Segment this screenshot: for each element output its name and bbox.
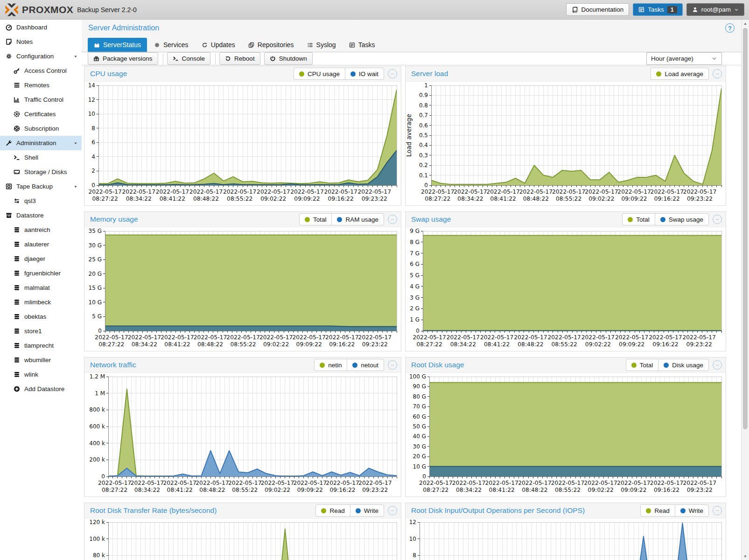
collapse-panel-button[interactable]: −: [713, 69, 722, 78]
legend-netout[interactable]: netout: [347, 359, 384, 371]
sidebar-item-obektas[interactable]: obektas: [0, 309, 82, 324]
tab-syslog[interactable]: Syslog: [301, 38, 342, 52]
legend-total[interactable]: Total: [299, 213, 332, 225]
toolbar-buttons: Package versionsConsoleRebootShutdown: [88, 52, 316, 65]
panel-title: Root Disk Transfer Rate (bytes/second): [90, 506, 217, 515]
help-button[interactable]: ?: [725, 23, 735, 33]
collapse-panel-button[interactable]: −: [388, 506, 397, 515]
tab-updates[interactable]: Updates: [196, 38, 241, 52]
legend-ram-usage[interactable]: RAM usage: [331, 213, 384, 225]
timeframe-select[interactable]: Hour (average): [646, 52, 722, 65]
shutdown-button[interactable]: Shutdown: [264, 52, 313, 65]
svg-text:4 G: 4 G: [410, 283, 420, 290]
collapse-panel-button[interactable]: −: [713, 360, 722, 370]
svg-text:2022-05-17: 2022-05-17: [163, 480, 196, 486]
chart-legend: TotalRAM usage: [299, 213, 384, 225]
sidebar-item-tape-backup[interactable]: Tape Backup: [0, 179, 82, 194]
tab-services[interactable]: Services: [148, 38, 195, 52]
svg-text:08:41:22: 08:41:22: [484, 341, 510, 348]
toolbar-separator: [163, 53, 163, 64]
sidebar-item-mlimbeck[interactable]: mlimbeck: [0, 295, 82, 309]
tasks-button[interactable]: Tasks 1: [633, 3, 682, 16]
legend-load-average[interactable]: Load average: [651, 68, 709, 80]
tab-repositories[interactable]: Repositories: [242, 38, 300, 52]
sidebar-item-alauterer[interactable]: alauterer: [0, 237, 82, 252]
sidebar-item-dashboard[interactable]: Dashboard: [0, 20, 82, 35]
chart-root-disk-usage: 010 G20 G30 G40 G50 G60 G70 G80 G90 G100…: [406, 373, 726, 496]
legend-total[interactable]: Total: [622, 213, 655, 225]
svg-text:8 G: 8 G: [410, 239, 420, 245]
sidebar-item-notes[interactable]: Notes: [0, 35, 82, 49]
console-button[interactable]: Console: [167, 52, 211, 65]
exchange-icon: [13, 197, 21, 204]
tab-serverstatus[interactable]: ServerStatus: [88, 38, 147, 52]
legend-write[interactable]: Write: [350, 504, 384, 517]
sidebar-item-wlink[interactable]: wlink: [0, 367, 82, 382]
sidebar-item-configuration[interactable]: Configuration: [0, 49, 82, 63]
svg-text:2022-05-17: 2022-05-17: [325, 334, 358, 341]
sidebar-item-label: Datastore: [16, 212, 44, 219]
svg-text:09:02:22: 09:02:22: [265, 487, 290, 493]
sidebar-item-qsl3[interactable]: qsl3: [0, 194, 82, 208]
documentation-button[interactable]: Documentation: [566, 3, 629, 16]
tab-tasks[interactable]: Tasks: [343, 38, 381, 52]
legend-netin[interactable]: netin: [314, 359, 347, 371]
sidebar-item-label: mlimbeck: [24, 299, 51, 306]
collapse-panel-button[interactable]: −: [713, 215, 722, 224]
header-actions: Documentation Tasks 1 root@pam: [566, 3, 744, 16]
svg-text:10 G: 10 G: [89, 299, 102, 306]
sidebar-item-shell[interactable]: Shell: [0, 150, 82, 165]
legend-read[interactable]: Read: [315, 504, 350, 517]
reboot-button[interactable]: Reboot: [219, 52, 260, 65]
panel-root-disk-input-output-operations-per-second-iops: Root Disk Input/Output Operations per Se…: [405, 503, 726, 560]
sidebar-item-wbumiller[interactable]: wbumiller: [0, 353, 82, 367]
sidebar-item-malmalat[interactable]: malmalat: [0, 280, 82, 295]
sidebar-item-certificates[interactable]: Certificates: [0, 107, 82, 121]
svg-text:5 G: 5 G: [410, 272, 420, 279]
gears-icon: [5, 53, 13, 60]
vertical-scrollbar[interactable]: ▲ ▼: [741, 20, 749, 560]
scroll-down-arrow[interactable]: ▼: [742, 553, 749, 560]
sidebar-item-tlamprecht[interactable]: tlamprecht: [0, 338, 82, 353]
legend-read[interactable]: Read: [640, 504, 675, 517]
legend-total[interactable]: Total: [626, 359, 659, 371]
collapse-panel-button[interactable]: −: [388, 215, 397, 224]
sidebar-item-administration[interactable]: Administration: [0, 136, 82, 150]
sidebar-item-datastore[interactable]: Datastore: [0, 208, 82, 223]
sidebar-item-storage-disks[interactable]: Storage / Disks: [0, 165, 82, 179]
collapse-panel-button[interactable]: −: [388, 69, 397, 78]
scrollbar-thumb[interactable]: [743, 28, 748, 429]
package-versions-button[interactable]: Package versions: [88, 52, 158, 65]
user-menu-button[interactable]: root@pam: [686, 3, 744, 16]
svg-text:2022-05-17: 2022-05-17: [486, 189, 519, 195]
chart-cpu-usage: 024681012142022-05-1708:27:222022-05-170…: [84, 82, 401, 205]
app-version: Backup Server 2.2-0: [77, 6, 137, 14]
sidebar-item-label: Access Control: [24, 67, 67, 74]
sidebar-item-djaeger[interactable]: djaeger: [0, 252, 82, 266]
collapse-panel-button[interactable]: −: [713, 506, 722, 515]
svg-text:09:16:22: 09:16:22: [328, 196, 354, 202]
legend-swap-usage[interactable]: Swap usage: [655, 213, 709, 225]
sidebar-item-subscription[interactable]: Subscription: [0, 121, 82, 136]
sidebar-item-access-control[interactable]: Access Control: [0, 63, 82, 78]
collapse-panel-button[interactable]: −: [388, 360, 397, 370]
sidebar-item-remotes[interactable]: Remotes: [0, 78, 82, 92]
svg-text:2022-05-17: 2022-05-17: [261, 480, 294, 486]
legend-cpu-usage[interactable]: CPU usage: [294, 68, 345, 80]
caret-down-icon: [73, 141, 78, 146]
proxmox-logo-icon: [5, 3, 19, 17]
sidebar-item-traffic-control[interactable]: Traffic Control: [0, 92, 82, 107]
legend-disk-usage[interactable]: Disk usage: [658, 359, 709, 371]
legend-write[interactable]: Write: [675, 504, 709, 517]
legend-label: Write: [364, 507, 378, 514]
sidebar-item-add-datastore[interactable]: Add Datastore: [0, 382, 82, 396]
sidebar-item-fgruenbichler[interactable]: fgruenbichler: [0, 266, 82, 280]
terminal-icon: [173, 56, 179, 62]
legend-io-wait[interactable]: IO wait: [345, 68, 384, 80]
svg-text:09:16:22: 09:16:22: [329, 487, 355, 493]
chevron-down-icon: [734, 7, 739, 12]
scroll-up-arrow[interactable]: ▲: [742, 20, 749, 27]
sidebar-item-store1[interactable]: store1: [0, 324, 82, 338]
sidebar-item-aantreich[interactable]: aantreich: [0, 223, 82, 237]
legend-label: Total: [313, 216, 327, 223]
